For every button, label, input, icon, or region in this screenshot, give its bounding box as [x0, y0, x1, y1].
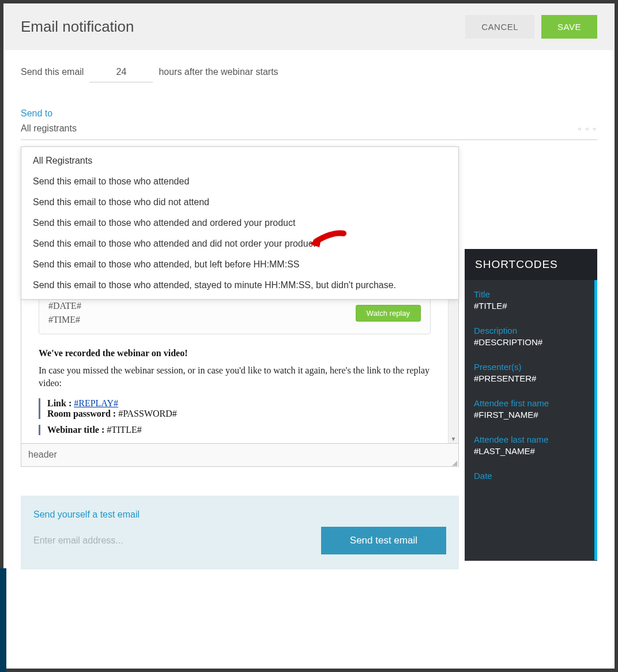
- shortcodes-panel: SHORTCODES Title #TITLE# Description #DE…: [465, 249, 597, 561]
- send-to-select[interactable]: All registrants ○ ○ ○: [21, 121, 597, 140]
- shortcodes-list[interactable]: Title #TITLE# Description #DESCRIPTION# …: [465, 280, 597, 560]
- preview-date: #DATE#: [48, 299, 81, 313]
- shortcode-item[interactable]: Title #TITLE#: [474, 289, 585, 311]
- modal-title: Email notification: [21, 18, 134, 36]
- send-test-email-button[interactable]: Send test email: [321, 527, 446, 554]
- email-notification-modal: Email notification CANCEL SAVE Send this…: [3, 3, 615, 669]
- header-buttons: CANCEL SAVE: [465, 15, 597, 39]
- send-to-label: Send to: [21, 108, 597, 119]
- dropdown-option[interactable]: Send this email to those who attended, s…: [21, 275, 458, 296]
- dropdown-option[interactable]: Send this email to those who attended, b…: [21, 254, 458, 275]
- timing-hours-input[interactable]: [89, 65, 153, 82]
- shortcodes-header: SHORTCODES: [465, 249, 597, 280]
- watch-replay-button[interactable]: Watch replay: [356, 305, 421, 322]
- modal-header: Email notification CANCEL SAVE: [3, 3, 615, 50]
- shortcode-item[interactable]: Date: [474, 471, 585, 481]
- preview-time: #TIME#: [48, 313, 81, 327]
- shortcode-item[interactable]: Presenter(s) #PRESENTER#: [474, 362, 585, 383]
- dropdown-option[interactable]: Send this email to those who did not att…: [21, 192, 458, 213]
- more-icon: ○ ○ ○: [578, 126, 597, 132]
- replay-link[interactable]: #REPLAY#: [74, 398, 118, 408]
- shortcode-item[interactable]: Attendee last name #LAST_NAME#: [474, 435, 585, 456]
- dropdown-option[interactable]: Send this email to those who attended: [21, 171, 458, 192]
- test-email-label: Send yourself a test email: [33, 509, 446, 520]
- test-email-input[interactable]: [33, 532, 313, 550]
- dropdown-option[interactable]: All Registrants: [21, 150, 458, 171]
- timing-suffix: hours after the webinar starts: [159, 67, 278, 77]
- timing-prefix: Send this email: [21, 67, 84, 77]
- resize-handle-icon[interactable]: ◢: [452, 460, 457, 465]
- test-email-box: Send yourself a test email Send test ema…: [21, 496, 459, 569]
- background-strip: [0, 568, 6, 672]
- cancel-button[interactable]: CANCEL: [465, 15, 534, 39]
- dropdown-option[interactable]: Send this email to those who attended an…: [21, 213, 458, 233]
- preview-recorded-line: We've recorded the webinar on video!: [39, 348, 431, 358]
- editor-path-field[interactable]: header ◢: [21, 444, 459, 467]
- save-button[interactable]: SAVE: [541, 15, 597, 39]
- shortcode-item[interactable]: Attendee first name #FIRST_NAME#: [474, 398, 585, 420]
- timing-row: Send this email hours after the webinar …: [21, 65, 597, 82]
- shortcode-item[interactable]: Description #DESCRIPTION#: [474, 326, 585, 347]
- preview-paragraph: In case you missed the webinar session, …: [39, 364, 431, 390]
- send-to-dropdown: All Registrants Send this email to those…: [21, 146, 459, 300]
- scroll-down-icon[interactable]: ▼: [449, 436, 458, 442]
- modal-body: Send this email hours after the webinar …: [3, 50, 615, 669]
- preview-link-block: Link : #REPLAY# Room password : #PASSWOR…: [39, 398, 431, 419]
- preview-title-block: Webinar title : #TITLE#: [39, 425, 431, 435]
- send-to-selected: All registrants: [21, 123, 77, 134]
- dropdown-option[interactable]: Send this email to those who attended an…: [21, 233, 458, 254]
